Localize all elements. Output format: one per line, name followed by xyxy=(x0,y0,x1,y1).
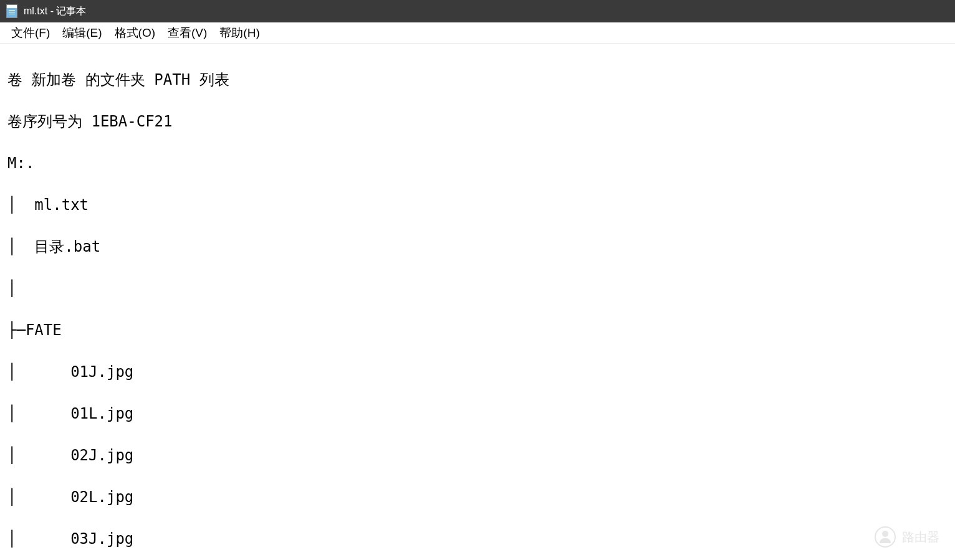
text-area[interactable]: 卷 新加卷 的文件夹 PATH 列表 卷序列号为 1EBA-CF21 M:. │… xyxy=(0,44,955,560)
window-title: ml.txt - 记事本 xyxy=(24,5,86,18)
text-line: │ 03J.jpg xyxy=(7,529,948,550)
menu-view[interactable]: 查看(V) xyxy=(161,22,213,44)
window-titlebar: ml.txt - 记事本 xyxy=(0,0,955,22)
text-line: ├─FATE xyxy=(7,320,948,341)
text-line: 卷 新加卷 的文件夹 PATH 列表 xyxy=(7,70,948,91)
text-line: │ 02L.jpg xyxy=(7,487,948,508)
notepad-icon xyxy=(6,4,17,18)
router-icon xyxy=(875,526,896,548)
text-line: │ 01L.jpg xyxy=(7,404,948,425)
watermark-label: 路由器 xyxy=(902,530,939,544)
menubar: 文件(F) 编辑(E) 格式(O) 查看(V) 帮助(H) xyxy=(0,22,955,44)
text-line: │ ml.txt xyxy=(7,195,948,216)
menu-format[interactable]: 格式(O) xyxy=(108,22,161,44)
text-line: │ 02J.jpg xyxy=(7,445,948,467)
text-line: │ xyxy=(7,278,948,300)
text-line: │ 目录.bat xyxy=(7,237,948,258)
menu-help[interactable]: 帮助(H) xyxy=(213,22,266,44)
menu-edit[interactable]: 编辑(E) xyxy=(56,22,108,44)
text-line: M:. xyxy=(7,153,948,174)
watermark: 路由器 xyxy=(875,526,939,548)
menu-file[interactable]: 文件(F) xyxy=(5,22,56,44)
text-line: │ 01J.jpg xyxy=(7,362,948,383)
text-line: 卷序列号为 1EBA-CF21 xyxy=(7,112,948,133)
